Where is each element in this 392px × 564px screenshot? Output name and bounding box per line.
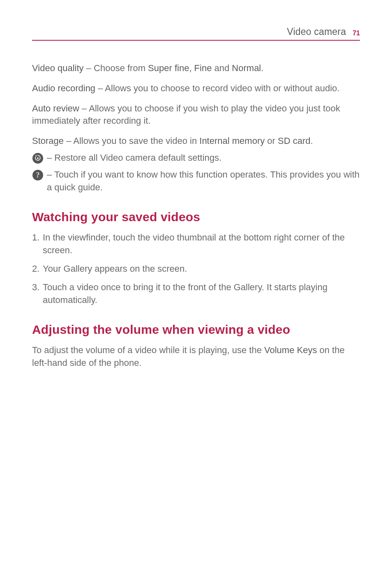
list-text: Touch a video once to bring it to the fr… xyxy=(43,281,360,307)
adjusting-paragraph: To adjust the volume of a video while it… xyxy=(32,344,360,370)
list-number: 2. xyxy=(32,263,43,275)
setting-restore-defaults: – Restore all Video camera default setti… xyxy=(32,152,360,164)
volume-keys-label: Volume Keys xyxy=(264,345,317,355)
text-suffix: . xyxy=(261,63,263,73)
setting-audio-recording: Audio recording – Allows you to choose t… xyxy=(32,82,360,95)
list-number: 1. xyxy=(32,231,43,244)
text-mid: and xyxy=(212,63,232,73)
label: Video quality xyxy=(32,63,84,73)
option-2: Normal xyxy=(232,63,261,73)
svg-text:?: ? xyxy=(36,171,40,179)
page: Video camera 71 Video quality – Choose f… xyxy=(0,0,392,564)
list-text: In the viewfinder, touch the video thumb… xyxy=(43,231,360,257)
sep: – xyxy=(47,169,54,180)
list-text: Your Gallery appears on the screen. xyxy=(43,263,360,275)
setting-help-guide: ? – Touch if you want to know how this f… xyxy=(32,169,360,194)
heading-watching: Watching your saved videos xyxy=(32,208,360,226)
header-title: Video camera xyxy=(287,26,346,37)
text: Touch if you want to know how this funct… xyxy=(47,169,360,192)
setting-storage: Storage – Allows you to save the video i… xyxy=(32,135,360,148)
page-number: 71 xyxy=(353,30,360,37)
label: Auto review xyxy=(32,103,79,113)
sep: – xyxy=(47,153,54,163)
list-item: 2. Your Gallery appears on the screen. xyxy=(32,263,360,275)
option-2: SD card xyxy=(278,136,310,146)
label: Storage xyxy=(32,136,64,146)
option-1: Super fine, Fine xyxy=(148,63,212,73)
setting-auto-review: Auto review – Allows you to choose if yo… xyxy=(32,102,360,128)
text-mid: or xyxy=(265,136,278,146)
text: Allows you to choose to record video wit… xyxy=(105,83,339,93)
option-1: Internal memory xyxy=(199,136,265,146)
sep: – xyxy=(64,136,73,146)
body-text: Video quality – Choose from Super fine, … xyxy=(32,62,360,370)
sep: – xyxy=(95,83,105,93)
text-wrap: – Touch if you want to know how this fun… xyxy=(47,169,360,194)
text-prefix: Allows you to save the video in xyxy=(73,136,199,146)
heading-adjusting: Adjusting the volume when viewing a vide… xyxy=(32,321,360,338)
sep: – xyxy=(79,103,89,113)
setting-video-quality: Video quality – Choose from Super fine, … xyxy=(32,62,360,75)
list-item: 3. Touch a video once to bring it to the… xyxy=(32,281,360,307)
list-item: 1. In the viewfinder, touch the video th… xyxy=(32,231,360,257)
label: Audio recording xyxy=(32,83,95,93)
text-suffix: . xyxy=(311,136,313,146)
text-prefix: To adjust the volume of a video while it… xyxy=(32,345,264,355)
restore-icon xyxy=(32,153,44,164)
text-wrap: – Restore all Video camera default setti… xyxy=(47,152,360,164)
list-number: 3. xyxy=(32,281,43,294)
help-icon: ? xyxy=(32,169,44,181)
text-prefix: Choose from xyxy=(94,63,148,73)
svg-point-2 xyxy=(37,157,39,159)
page-header: Video camera 71 xyxy=(32,26,360,41)
text: Restore all Video camera default setting… xyxy=(54,153,221,163)
sep: – xyxy=(84,63,94,73)
